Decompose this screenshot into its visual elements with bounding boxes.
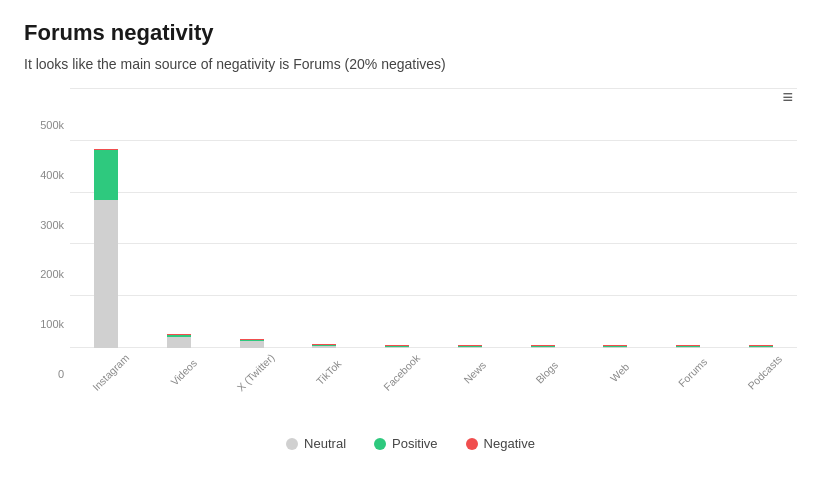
bar-stack bbox=[749, 345, 773, 348]
plot-area: InstagramVideosX (Twitter)TikTokFacebook… bbox=[70, 88, 797, 380]
x-label: X (Twitter) bbox=[226, 342, 286, 402]
legend-neutral: Neutral bbox=[286, 436, 346, 451]
page-title: Forums negativity bbox=[24, 20, 797, 46]
positive-dot bbox=[374, 438, 386, 450]
bar-stack bbox=[167, 334, 191, 348]
y-axis: 0100k200k300k400k500k bbox=[24, 120, 70, 380]
bars-row bbox=[70, 88, 797, 348]
neutral-bar bbox=[749, 347, 773, 348]
page-subtitle: It looks like the main source of negativ… bbox=[24, 56, 797, 72]
neutral-bar bbox=[603, 347, 627, 348]
positive-label: Positive bbox=[392, 436, 438, 451]
positive-bar bbox=[94, 150, 118, 200]
neutral-bar bbox=[385, 347, 409, 348]
y-label: 500k bbox=[40, 120, 64, 131]
neutral-bar bbox=[531, 347, 555, 348]
y-label: 0 bbox=[58, 369, 64, 380]
y-label: 400k bbox=[40, 170, 64, 181]
bar-group bbox=[579, 88, 652, 348]
bar-stack bbox=[603, 345, 627, 348]
negative-dot bbox=[466, 438, 478, 450]
bar-group bbox=[143, 88, 216, 348]
neutral-bar bbox=[458, 347, 482, 348]
bar-group bbox=[215, 88, 288, 348]
x-label: Web bbox=[590, 342, 650, 402]
x-labels: InstagramVideosX (Twitter)TikTokFacebook… bbox=[70, 352, 797, 380]
neutral-bar bbox=[94, 200, 118, 348]
bar-stack bbox=[240, 339, 264, 348]
y-label: 200k bbox=[40, 269, 64, 280]
neutral-bar bbox=[312, 346, 336, 348]
bar-stack bbox=[312, 344, 336, 348]
legend-positive: Positive bbox=[374, 436, 438, 451]
x-label: Facebook bbox=[371, 342, 431, 402]
bar-stack bbox=[458, 345, 482, 348]
x-label: Blogs bbox=[517, 342, 577, 402]
bar-stack bbox=[676, 345, 700, 348]
x-label: Podcasts bbox=[735, 342, 795, 402]
legend-negative: Negative bbox=[466, 436, 535, 451]
neutral-bar bbox=[676, 347, 700, 348]
bar-stack bbox=[531, 345, 555, 348]
x-label: News bbox=[444, 342, 504, 402]
bar-stack bbox=[94, 149, 118, 348]
y-label: 300k bbox=[40, 220, 64, 231]
negative-label: Negative bbox=[484, 436, 535, 451]
legend: Neutral Positive Negative bbox=[24, 436, 797, 451]
neutral-bar bbox=[240, 341, 264, 348]
bar-group bbox=[70, 88, 143, 348]
x-label: Videos bbox=[153, 342, 213, 402]
neutral-dot bbox=[286, 438, 298, 450]
bar-group bbox=[652, 88, 725, 348]
chart-container: ≡ 0100k200k300k400k500k InstagramVideosX… bbox=[24, 88, 797, 451]
neutral-bar bbox=[167, 337, 191, 348]
bar-group bbox=[724, 88, 797, 348]
x-label: Forums bbox=[662, 342, 722, 402]
bar-stack bbox=[385, 345, 409, 348]
chart-area: 0100k200k300k400k500k InstagramVideosX (… bbox=[24, 88, 797, 380]
x-label: TikTok bbox=[299, 342, 359, 402]
x-label: Instagram bbox=[81, 342, 141, 402]
bar-group bbox=[434, 88, 507, 348]
bar-group bbox=[506, 88, 579, 348]
neutral-label: Neutral bbox=[304, 436, 346, 451]
bar-group bbox=[288, 88, 361, 348]
bar-group bbox=[361, 88, 434, 348]
y-label: 100k bbox=[40, 319, 64, 330]
